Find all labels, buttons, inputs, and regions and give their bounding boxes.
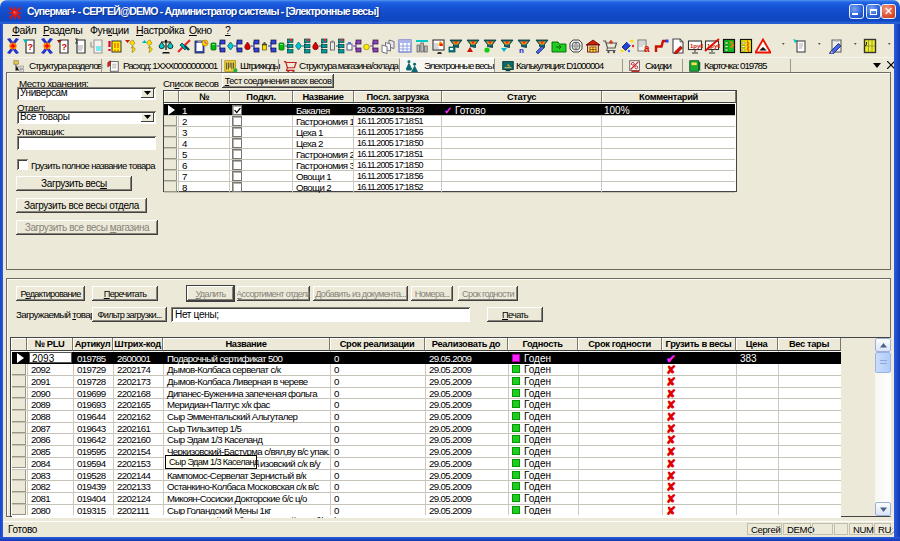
- svg-text:a: a: [644, 43, 650, 54]
- svg-text:n: n: [519, 46, 524, 54]
- svg-text:1py6: 1py6: [690, 43, 703, 49]
- svg-text:?: ?: [28, 42, 34, 52]
- svg-text:?: ?: [62, 42, 68, 52]
